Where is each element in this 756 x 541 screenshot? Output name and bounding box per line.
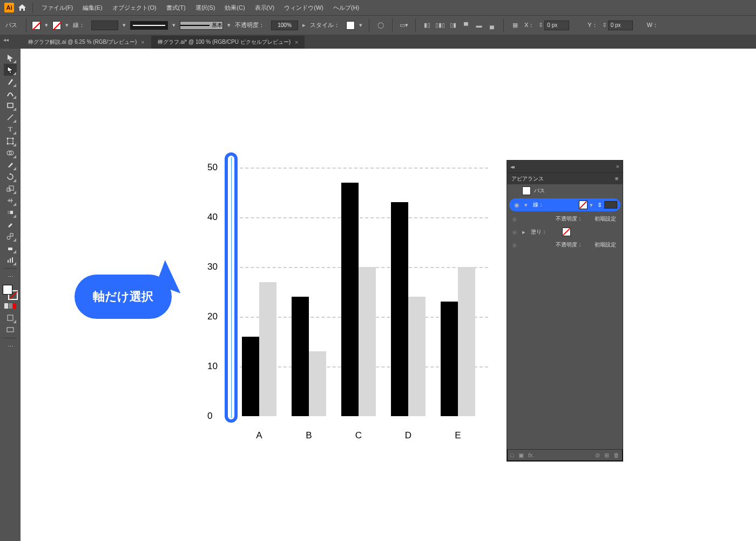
visibility-icon[interactable]: ◉ — [512, 202, 521, 209]
gradient-tool-icon[interactable] — [4, 206, 17, 218]
menu-select[interactable]: 選択(S) — [192, 2, 219, 14]
appearance-stroke-row[interactable]: ◉ ▾ 線： ▾ ⇕ — [509, 198, 620, 211]
recolor-icon[interactable]: ◯ — [375, 19, 387, 31]
chevron-down-icon[interactable]: ▾ — [524, 202, 530, 209]
bar-a-series2[interactable] — [259, 282, 276, 416]
chevron-down-icon[interactable]: ▾ — [358, 22, 363, 29]
fill-stroke-indicator[interactable] — [3, 285, 18, 300]
pen-tool-icon[interactable] — [4, 76, 17, 88]
menu-window[interactable]: ウィンドウ(W) — [281, 2, 327, 14]
visibility-icon[interactable]: ◉ — [510, 216, 519, 223]
menu-edit[interactable]: 編集(E) — [79, 2, 106, 14]
chevron-down-icon[interactable]: ▾ — [64, 22, 70, 29]
stepper-icon[interactable]: ⇕ — [538, 22, 543, 29]
eyedropper-tool-icon[interactable] — [4, 218, 17, 230]
paintbrush-tool-icon[interactable] — [4, 159, 17, 171]
bar-d-series1[interactable] — [391, 202, 408, 416]
curvature-tool-icon[interactable] — [4, 88, 17, 99]
bar-e-series2[interactable] — [458, 267, 475, 416]
visibility-icon[interactable]: ◉ — [510, 229, 519, 236]
collapse-icon[interactable]: ◂◂ — [510, 164, 514, 170]
appearance-opacity-row[interactable]: ◉ 不透明度： 初期設定 — [507, 238, 623, 251]
bar-a-series1[interactable] — [242, 337, 259, 416]
canvas-area[interactable]: 0 10 20 30 40 50 A — [21, 49, 756, 541]
align-bottom-icon[interactable]: ▄ — [486, 19, 498, 31]
x-field[interactable]: 0 px — [544, 21, 569, 30]
color-mode-icon[interactable] — [4, 300, 17, 312]
appearance-panel[interactable]: ◂◂ × アピアランス ≡ パス ◉ ▾ — [507, 160, 623, 462]
document-tab[interactable]: 棒グラフ解説.ai @ 6.25 % (RGB/プレビュー) × — [22, 36, 151, 49]
visibility-icon[interactable]: ◉ — [510, 242, 519, 249]
direct-selection-tool-icon[interactable] — [4, 64, 17, 76]
stroke-weight-field[interactable] — [604, 201, 617, 209]
align-left-icon[interactable]: ▮▯ — [421, 19, 433, 31]
trash-icon[interactable]: 🗑 — [613, 452, 619, 459]
collapse-toolbar-icon[interactable]: ⋯ — [4, 340, 17, 352]
menu-object[interactable]: オブジェクト(O) — [109, 2, 160, 14]
document-tab[interactable]: 棒グラフ.ai* @ 100 % (RGB/CPU ピクセルプレビュー) × — [151, 36, 305, 49]
panel-header[interactable]: ◂◂ × — [507, 161, 623, 172]
stroke-profile-dropdown[interactable]: 基本 — [180, 21, 223, 30]
screen-mode-icon[interactable] — [4, 324, 17, 336]
menu-effect[interactable]: 効果(C) — [221, 2, 248, 14]
close-icon[interactable]: × — [141, 39, 144, 45]
scale-tool-icon[interactable] — [4, 183, 17, 195]
panel-menu-icon[interactable]: ≡ — [615, 176, 618, 182]
panel-toggle-icon[interactable]: ◂◂ — [3, 37, 9, 43]
panel-tab[interactable]: アピアランス ≡ — [507, 172, 623, 184]
line-tool-icon[interactable] — [4, 111, 17, 123]
width-tool-icon[interactable] — [4, 195, 17, 206]
menu-help[interactable]: ヘルプ(H) — [330, 2, 362, 14]
draw-mode-icon[interactable] — [4, 312, 17, 324]
menu-file[interactable]: ファイル(F) — [38, 2, 76, 14]
bar-c-series2[interactable] — [359, 267, 376, 416]
chevron-down-icon[interactable]: ▾ — [226, 22, 232, 29]
align-top-icon[interactable]: ▀ — [460, 19, 472, 31]
transform-icon[interactable]: ▦ — [509, 19, 521, 31]
style-swatch[interactable] — [346, 21, 355, 30]
close-icon[interactable]: × — [616, 163, 619, 170]
add-stroke-icon[interactable]: □ — [510, 452, 514, 459]
bar-e-series1[interactable] — [441, 302, 458, 416]
align-to-icon[interactable]: ▭▾ — [398, 19, 410, 31]
chevron-right-icon[interactable]: ▸ — [301, 22, 307, 29]
menu-type[interactable]: 書式(T) — [163, 2, 189, 14]
stepper-icon[interactable]: ⇕ — [602, 22, 607, 29]
align-right-icon[interactable]: ▯▮ — [447, 19, 459, 31]
y-field[interactable]: 0 px — [608, 21, 633, 30]
chevron-down-icon[interactable]: ▾ — [44, 22, 49, 29]
type-tool-icon[interactable]: T — [4, 123, 17, 135]
opacity-field[interactable]: 100% — [271, 21, 298, 30]
chevron-down-icon[interactable]: ▾ — [122, 22, 127, 29]
shape-builder-tool-icon[interactable] — [4, 147, 17, 159]
fill-color-swatch[interactable] — [562, 228, 571, 236]
bar-d-series2[interactable] — [408, 297, 426, 416]
duplicate-icon[interactable]: ⊞ — [604, 452, 609, 459]
close-icon[interactable]: × — [295, 39, 298, 45]
appearance-fill-row[interactable]: ◉ ▸ 塗り： — [507, 225, 623, 238]
eraser-tool-icon[interactable] — [4, 242, 17, 254]
chevron-right-icon[interactable]: ▸ — [522, 229, 528, 236]
stroke-color-swatch[interactable] — [579, 201, 588, 209]
add-effect-icon[interactable]: fx. — [528, 452, 535, 459]
align-vcenter-icon[interactable]: ▬ — [473, 19, 485, 31]
blend-tool-icon[interactable] — [4, 230, 17, 242]
bar-c-series1[interactable] — [341, 183, 359, 416]
bar-b-series2[interactable] — [309, 351, 326, 416]
bar-b-series1[interactable] — [292, 297, 309, 416]
free-transform-tool-icon[interactable] — [4, 135, 17, 147]
y-axis-selection[interactable] — [225, 152, 238, 423]
stroke-type-dropdown[interactable] — [130, 21, 168, 30]
chevron-down-icon[interactable]: ▾ — [171, 22, 177, 29]
rotate-tool-icon[interactable] — [4, 171, 17, 183]
rectangle-tool-icon[interactable] — [4, 99, 17, 111]
appearance-path-row[interactable]: パス — [507, 184, 623, 197]
fill-indicator[interactable] — [3, 285, 12, 295]
fill-swatch[interactable] — [32, 21, 40, 30]
selection-tool-icon[interactable] — [4, 52, 17, 64]
home-icon[interactable] — [17, 3, 27, 12]
column-graph-tool-icon[interactable] — [4, 254, 17, 266]
edit-toolbar-icon[interactable]: ⋯ — [4, 271, 17, 283]
stroke-swatch[interactable] — [52, 21, 61, 30]
appearance-stroke-opacity-row[interactable]: ◉ 不透明度： 初期設定 — [507, 212, 623, 225]
